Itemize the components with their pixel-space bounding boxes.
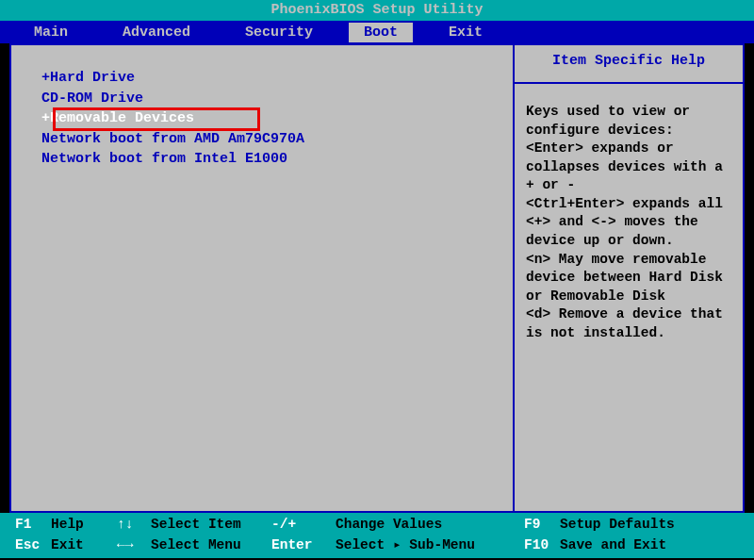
boot-item-net-amd[interactable]: Network boot from AMD Am79C970A (41, 129, 501, 150)
menu-boot[interactable]: Boot (349, 23, 413, 42)
arrows-updown-icon: ↑↓ (117, 515, 151, 535)
key-enter: Enter (271, 535, 336, 556)
menu-main[interactable]: Main (15, 23, 87, 42)
label-select-submenu: Select ▸ Sub-Menu (336, 535, 524, 556)
key-f1: F1 (15, 515, 51, 535)
help-divider (515, 82, 743, 84)
label-select-item: Select Item (151, 515, 271, 535)
bios-window: PhoenixBIOS Setup Utility Main Advanced … (0, 0, 754, 560)
menu-bar: Main Advanced Security Boot Exit (0, 21, 754, 43)
title-text: PhoenixBIOS Setup Utility (270, 2, 483, 18)
arrows-leftright-icon: ←→ (117, 535, 151, 556)
key-f9: F9 (524, 515, 560, 535)
label-setup-defaults: Setup Defaults (560, 515, 675, 535)
content-area: +Hard Drive CD-ROM Drive +Removable Devi… (0, 43, 754, 513)
boot-list: +Hard Drive CD-ROM Drive +Removable Devi… (41, 68, 501, 170)
boot-item-net-intel[interactable]: Network boot from Intel E1000 (41, 149, 501, 170)
footer-bar: F1 Help ↑↓ Select Item -/+ Change Values… (0, 513, 754, 558)
boot-item-removable[interactable]: +Removable Devices (41, 108, 202, 129)
key-f10: F10 (524, 535, 560, 556)
boot-order-panel: +Hard Drive CD-ROM Drive +Removable Devi… (9, 43, 514, 513)
key-esc: Esc (15, 535, 51, 556)
help-title: Item Specific Help (526, 53, 731, 74)
footer-row-2: Esc Exit ←→ Select Menu Enter Select ▸ S… (15, 535, 739, 556)
boot-item-hard-drive[interactable]: +Hard Drive (41, 68, 501, 89)
label-change-values: Change Values (336, 515, 524, 535)
help-panel: Item Specific Help Keys used to view or … (514, 43, 745, 513)
label-select-menu: Select Menu (151, 535, 271, 556)
title-bar: PhoenixBIOS Setup Utility (0, 0, 754, 21)
help-text: Keys used to view or configure devices:<… (526, 103, 731, 342)
label-help: Help (51, 515, 117, 535)
footer-row-1: F1 Help ↑↓ Select Item -/+ Change Values… (15, 515, 739, 535)
label-exit: Exit (51, 535, 117, 556)
key-plusminus: -/+ (271, 515, 336, 535)
menu-advanced[interactable]: Advanced (104, 23, 209, 42)
menu-security[interactable]: Security (226, 23, 332, 42)
menu-exit[interactable]: Exit (430, 23, 501, 42)
boot-item-cdrom[interactable]: CD-ROM Drive (41, 89, 501, 109)
label-save-exit: Save and Exit (560, 535, 666, 556)
